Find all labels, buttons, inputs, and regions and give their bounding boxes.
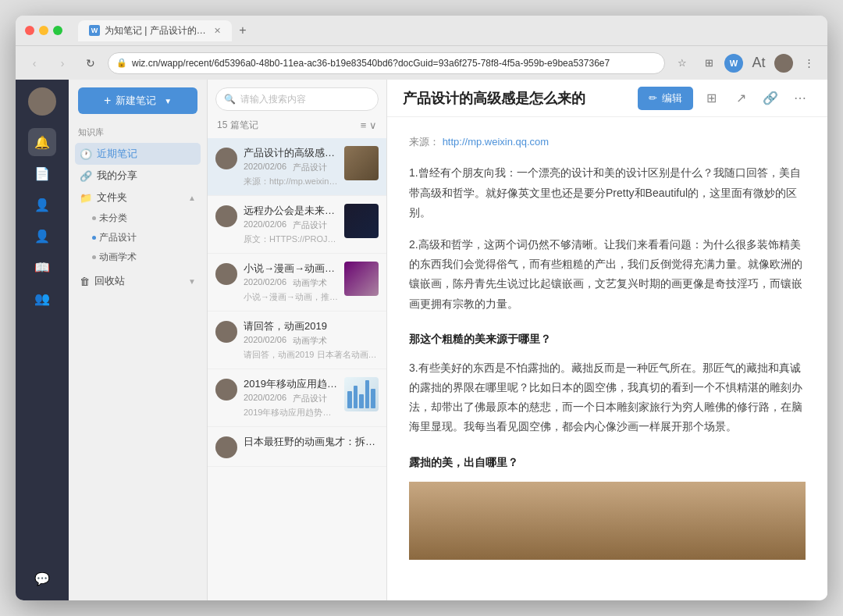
note-thumbnail (344, 262, 379, 296)
note-meta: 2020/02/06 产品设计 (244, 162, 338, 173)
note-category: 产品设计 (293, 393, 327, 404)
note-item-content: 产品设计的高级感是怎么来的 2020/02/06 产品设计 来源：http://… (244, 146, 338, 187)
note-date: 2020/02/06 (244, 393, 286, 404)
note-item[interactable]: 请回答，动画2019 2020/02/06 动画学术 请回答，动画2019 日本… (208, 312, 386, 369)
note-meta: 2020/02/06 产品设计 (244, 393, 338, 404)
note-author-avatar (215, 379, 237, 401)
new-note-button[interactable]: + 新建笔记 ▼ (78, 87, 197, 114)
note-date: 2020/02/06 (244, 277, 286, 289)
maximize-button[interactable] (53, 26, 62, 35)
back-button[interactable]: ‹ (23, 52, 45, 74)
sidebar-item-share[interactable]: 📄 (28, 159, 56, 187)
note-title: 请回答，动画2019 (244, 319, 379, 333)
tab-favicon: W (89, 25, 100, 36)
note-item-content: 远程办公会是未来设计团队的大趋... 2020/02/06 产品设计 原文：HT… (244, 204, 338, 245)
sidebar-settings[interactable]: 💬 (28, 564, 56, 593)
new-tab-button[interactable]: + (232, 20, 254, 41)
chat-icon: 💬 (34, 571, 50, 586)
edit-pencil-icon: ✏ (649, 92, 657, 104)
external-link-button[interactable]: ↗ (729, 87, 752, 110)
trash-label: 回收站 (94, 274, 183, 288)
sidebar-item-contacts[interactable]: 👤 (28, 222, 56, 250)
article-title: 产品设计的高级感是怎么来的 (403, 89, 631, 108)
animation-label: 动画学术 (99, 251, 137, 264)
note-author-avatar (215, 263, 237, 285)
profile-avatar[interactable] (774, 54, 793, 73)
search-placeholder: 请输入搜索内容 (240, 93, 306, 106)
note-list-search: 🔍 请输入搜索内容 (208, 80, 386, 116)
note-source: 来源： http://mp.weixin.qq.com (409, 133, 806, 151)
dot-icon (92, 255, 96, 259)
sidebar-user-avatar[interactable] (28, 87, 56, 116)
edit-button[interactable]: ✏ 编辑 (638, 87, 693, 110)
note-item[interactable]: 产品设计的高级感是怎么来的 2020/02/06 产品设计 来源：http://… (208, 138, 386, 196)
sidebar: 🔔 📄 👤 👤 📖 👥 💬 (16, 80, 69, 600)
tab-close-button[interactable]: ✕ (214, 26, 221, 36)
recent-icon: 🕐 (80, 148, 92, 160)
note-author-avatar (215, 436, 237, 458)
forward-button[interactable]: › (52, 52, 73, 74)
tree-item-trash[interactable]: 🗑 回收站 ▼ (75, 270, 201, 292)
note-preview: 小说→漫画→动画，推理作品的「萌化」之路 作者/ 等等 ... (244, 291, 338, 303)
tree-item-folder[interactable]: 📁 文件夹 ▲ (75, 187, 201, 208)
note-item-content: 2019年移动应用趋势报告 2020/02/06 产品设计 2019年移动应用趋… (244, 377, 338, 418)
child-animation[interactable]: 动画学术 (87, 247, 201, 267)
reader-button[interactable]: ⊞ (698, 52, 720, 74)
note-author-avatar (215, 205, 237, 227)
note-title: 产品设计的高级感是怎么来的 (244, 146, 338, 160)
tree-item-share[interactable]: 🔗 我的分享 (75, 165, 201, 187)
source-url[interactable]: http://mp.weixin.qq.com (443, 136, 550, 148)
new-note-label: 新建笔记 (116, 94, 156, 108)
note-category: 产品设计 (293, 162, 327, 173)
file-panel-header: + 新建笔记 ▼ (69, 80, 207, 120)
files-icon: 👤 (34, 198, 50, 212)
share-icon: 📄 (34, 166, 50, 181)
star-button[interactable]: ☆ (671, 52, 693, 74)
note-date: 2020/02/06 (244, 219, 286, 231)
share-label: 我的分享 (97, 169, 196, 183)
dot-icon (92, 236, 96, 240)
note-item[interactable]: 2019年移动应用趋势报告 2020/02/06 产品设计 2019年移动应用趋… (208, 369, 386, 427)
minimize-button[interactable] (39, 26, 48, 35)
team-icon: 👥 (34, 291, 50, 306)
sidebar-item-files[interactable]: 👤 (28, 190, 56, 219)
folder-children: 未分类 产品设计 动画学术 (75, 208, 201, 267)
note-item[interactable]: 日本最狂野的动画鬼才：拆解汤浅... (208, 427, 386, 467)
note-category: 动画学术 (293, 277, 327, 289)
app-content: 🔔 📄 👤 👤 📖 👥 💬 (16, 80, 827, 600)
note-preview: 2019年移动应用趋势报告 Liftoff 199IT互联网数据中心... (244, 407, 338, 418)
address-bar[interactable]: 🔒 wiz.cn/wapp/recent/6d5396a0-48b0-11ea-… (108, 52, 665, 74)
wiz-icon[interactable]: W (724, 54, 743, 73)
note-list-panel: 🔍 请输入搜索内容 15 篇笔记 ≡ ∨ 产品设计的高级感是怎么来的 2020/… (208, 80, 387, 600)
link-button[interactable]: 🔗 (759, 87, 782, 110)
expand-button[interactable]: ⊞ (699, 87, 723, 110)
menu-button[interactable]: ⋮ (798, 52, 820, 74)
note-item[interactable]: 小说→漫画→动画，推理作品的「萌... 2020/02/06 动画学术 小说→漫… (208, 254, 386, 312)
sidebar-item-read[interactable]: 📖 (28, 253, 56, 281)
child-product-design[interactable]: 产品设计 (87, 228, 201, 247)
search-box[interactable]: 🔍 请输入搜索内容 (215, 87, 379, 111)
more-button[interactable]: ⋯ (788, 87, 812, 110)
note-item[interactable]: 远程办公会是未来设计团队的大趋... 2020/02/06 产品设计 原文：HT… (208, 196, 386, 254)
active-tab[interactable]: W 为知笔记 | 产品设计的高级感是... ✕ (78, 20, 232, 41)
folder-icon: 📁 (80, 192, 92, 204)
reload-button[interactable]: ↻ (80, 52, 101, 74)
close-button[interactable] (25, 26, 34, 35)
extensions-button[interactable]: At (748, 52, 770, 74)
article-heading-2: 露拙的美，出自哪里？ (409, 453, 806, 472)
traffic-lights (25, 26, 62, 35)
knowledge-base-label: 知识库 (75, 123, 201, 141)
recent-label: 近期笔记 (97, 147, 196, 161)
note-title: 2019年移动应用趋势报告 (244, 377, 338, 391)
sidebar-item-team[interactable]: 👥 (28, 284, 56, 312)
child-uncategorized[interactable]: 未分类 (87, 208, 201, 228)
sidebar-item-notebook[interactable]: 🔔 (28, 128, 56, 156)
sort-button[interactable]: ≡ ∨ (361, 119, 377, 131)
note-thumbnail (344, 146, 379, 180)
source-label: 来源： (409, 136, 439, 148)
note-thumbnail (344, 377, 379, 411)
note-date: 2020/02/06 (244, 162, 286, 173)
tree-item-recent[interactable]: 🕐 近期笔记 (75, 143, 201, 165)
share-icon: 🔗 (80, 170, 92, 182)
article-heading-1: 那这个粗糙的美来源于哪里？ (409, 329, 806, 349)
